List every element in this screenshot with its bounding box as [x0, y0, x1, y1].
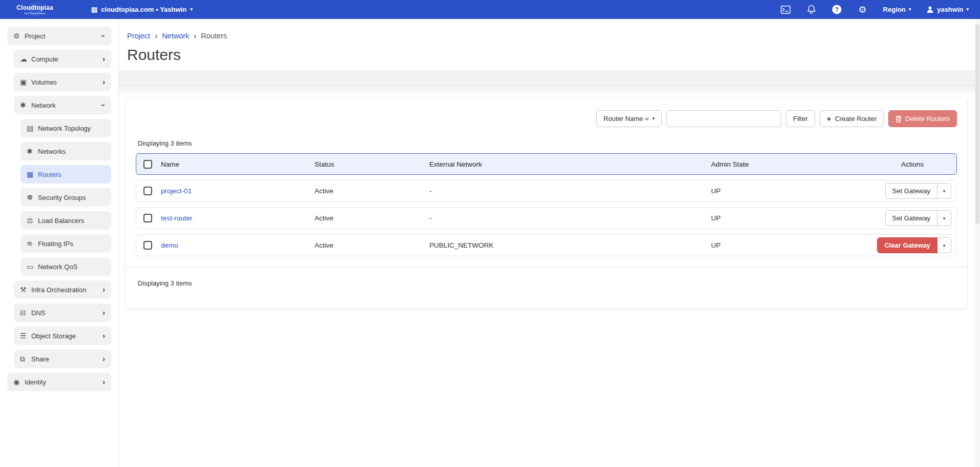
domain-project-selector[interactable]: ▤ cloudtopiaa.com • Yashwin ▾ [91, 6, 193, 13]
scrollbar-thumb[interactable] [975, 24, 979, 224]
page-title: Routers [127, 46, 980, 64]
networks-icon: ✱ [27, 147, 38, 155]
brand-logo[interactable]: Cloudtopiaa Your Cloud Partner [4, 4, 66, 15]
plus-icon: + [827, 114, 831, 123]
sidebar-item-project[interactable]: ⚙ Project › [7, 27, 111, 45]
filter-input[interactable] [666, 110, 781, 127]
console-icon[interactable] [781, 5, 791, 15]
sidebar-item-network-topology[interactable]: ▤ Network Topology [20, 119, 111, 137]
page-scrollbar [975, 19, 980, 467]
sidebar-item-load-balancers[interactable]: ⚖ Load Balancers [20, 211, 111, 230]
trash-icon [895, 115, 902, 123]
compute-icon: ☁ [20, 55, 31, 63]
chevron-right-icon: › [102, 355, 105, 362]
create-router-button[interactable]: + Create Router [820, 110, 884, 127]
notifications-bell-icon[interactable] [806, 5, 817, 15]
column-header-external-network[interactable]: External Network [429, 160, 711, 168]
router-name-link[interactable]: demo [161, 241, 315, 249]
sidebar-item-security-groups[interactable]: ☸ Security Groups [20, 188, 111, 207]
project-icon: ⚙ [13, 32, 25, 40]
breadcrumb-network-link[interactable]: Network [162, 32, 189, 40]
routers-panel: Router Name = ▾ Filter + Create Router D… [125, 97, 968, 309]
actions-dropdown-toggle[interactable]: ▾ [937, 237, 951, 253]
main-content: Project › Network › Routers Routers Rout… [119, 19, 980, 309]
set-gateway-button[interactable]: Set Gateway [885, 183, 937, 199]
table-toolbar: Router Name = ▾ Filter + Create Router D… [136, 97, 957, 127]
router-name-link[interactable]: project-01 [161, 187, 315, 195]
sidebar-item-volumes[interactable]: ▣ Volumes › [14, 73, 111, 91]
security-groups-icon: ☸ [27, 193, 38, 201]
router-status: Active [315, 241, 429, 249]
delete-routers-button[interactable]: Delete Routers [888, 110, 957, 127]
items-count-bottom: Displaying 3 items [138, 279, 957, 287]
table-list-icon: ▤ [91, 6, 97, 13]
select-all-checkbox[interactable] [143, 160, 152, 169]
sidebar-item-infra-orchestration[interactable]: ⚒ Infra Orchestration › [14, 280, 111, 299]
header-band [119, 70, 980, 86]
table-footer-divider [126, 267, 967, 267]
router-status: Active [315, 187, 429, 195]
floating-ips-icon: ≋ [27, 239, 38, 248]
settings-gear-icon[interactable]: ⚙ [858, 5, 868, 15]
sidebar-item-networks[interactable]: ✱ Networks [20, 142, 111, 160]
help-icon[interactable]: ? [832, 5, 842, 15]
chevron-right-icon: › [102, 55, 105, 63]
identity-icon: ◉ [13, 378, 25, 386]
filter-field-select[interactable]: Router Name = ▾ [596, 110, 662, 127]
row-checkbox[interactable] [143, 214, 152, 222]
router-external-network: - [429, 187, 711, 195]
sidebar-item-identity[interactable]: ◉ Identity › [7, 373, 111, 391]
sidebar-item-network-qos[interactable]: ▭ Network QoS [20, 257, 111, 276]
filter-button[interactable]: Filter [786, 110, 815, 127]
column-header-actions: Actions [901, 160, 956, 168]
router-name-link[interactable]: test-router [161, 214, 315, 222]
column-header-name[interactable]: Name [161, 160, 315, 168]
table-row: test-router Active - UP Set Gateway ▾ [136, 207, 957, 229]
table-row: project-01 Active - UP Set Gateway ▾ [136, 180, 957, 202]
breadcrumb: Project › Network › Routers [119, 19, 980, 40]
router-icon: ▦ [27, 170, 38, 178]
network-topology-icon: ▤ [27, 124, 38, 132]
region-selector[interactable]: Region ▾ [883, 6, 911, 13]
chevron-right-icon: › [155, 31, 157, 40]
sidebar-item-compute[interactable]: ☁ Compute › [14, 50, 111, 68]
row-checkbox[interactable] [143, 187, 152, 195]
sidebar-item-share[interactable]: ⧉ Share › [14, 350, 111, 368]
brand-tagline: Your Cloud Partner [4, 12, 66, 15]
network-icon: ✱ [20, 101, 31, 109]
sidebar-item-dns[interactable]: ⊟ DNS › [14, 303, 111, 322]
sidebar-item-floating-ips[interactable]: ≋ Floating IPs [20, 234, 111, 253]
sidebar-item-object-storage[interactable]: ☰ Object Storage › [14, 327, 111, 345]
chevron-down-icon: ▾ [909, 7, 911, 12]
items-count-top: Displaying 3 items [138, 139, 957, 147]
router-admin-state: UP [711, 214, 901, 222]
column-header-admin-state[interactable]: Admin State [711, 160, 901, 168]
clear-gateway-button[interactable]: Clear Gateway [877, 237, 937, 253]
router-status: Active [315, 214, 429, 222]
chevron-right-icon: › [102, 78, 105, 86]
region-label: Region [883, 6, 906, 13]
set-gateway-button[interactable]: Set Gateway [885, 210, 937, 226]
object-storage-icon: ☰ [20, 332, 31, 340]
header-band-fade [119, 86, 980, 96]
chevron-right-icon: › [102, 332, 105, 339]
sidebar-item-routers[interactable]: ▦ Routers [20, 165, 111, 184]
dns-icon: ⊟ [20, 309, 31, 317]
actions-dropdown-toggle[interactable]: ▾ [937, 183, 951, 199]
sidebar-item-network[interactable]: ✱ Network › [14, 96, 111, 114]
row-checkbox[interactable] [143, 241, 152, 250]
chevron-right-icon: › [102, 378, 105, 385]
actions-dropdown-toggle[interactable]: ▾ [937, 210, 951, 226]
load-balancers-icon: ⚖ [27, 216, 38, 225]
table-header: Name Status External Network Admin State… [136, 153, 957, 175]
column-header-status[interactable]: Status [315, 160, 429, 168]
network-qos-icon: ▭ [27, 262, 38, 271]
breadcrumb-current: Routers [201, 32, 227, 40]
breadcrumb-project-link[interactable]: Project [127, 32, 150, 40]
top-navbar: Cloudtopiaa Your Cloud Partner ▤ cloudto… [0, 0, 980, 19]
chevron-right-icon: › [194, 31, 196, 40]
user-menu[interactable]: yashwin ▾ [926, 6, 969, 13]
chevron-down-icon: › [100, 104, 108, 107]
domain-project-label: cloudtopiaa.com • Yashwin [101, 6, 186, 13]
caret-down-icon: ▾ [652, 116, 655, 121]
